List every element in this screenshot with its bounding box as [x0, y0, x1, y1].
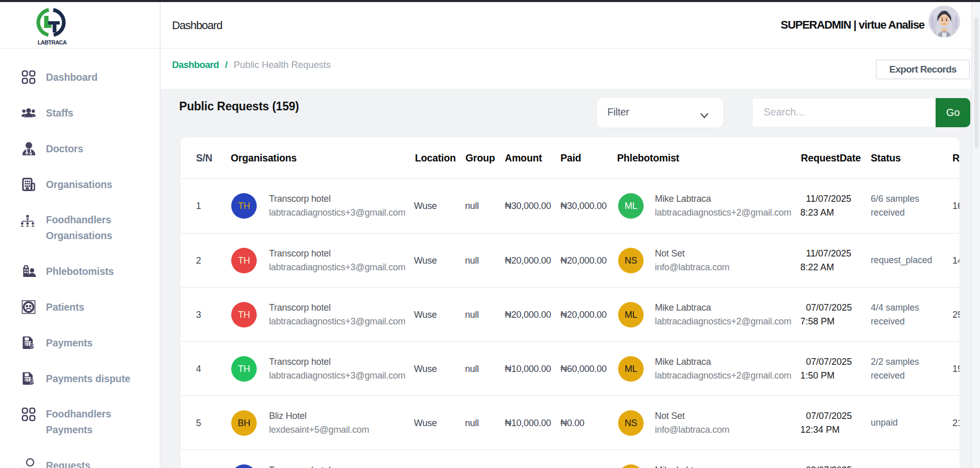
svg-text:$: $	[30, 378, 34, 386]
svg-text:$: $	[30, 342, 34, 350]
